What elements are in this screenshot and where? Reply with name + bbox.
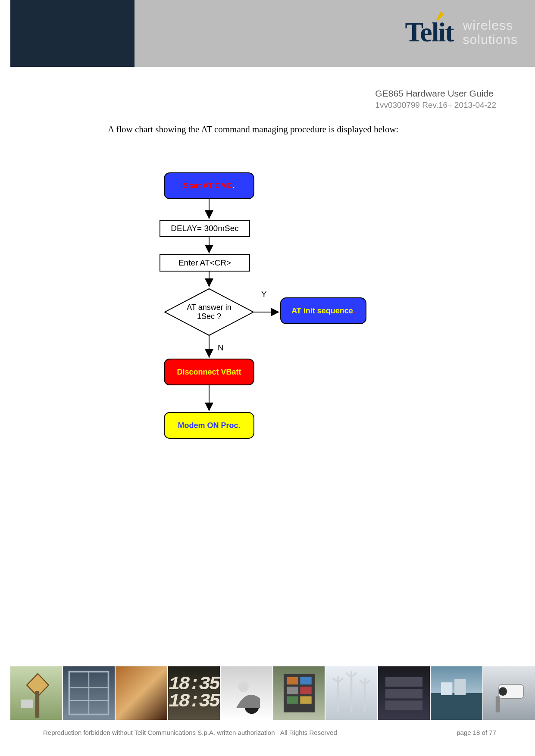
fc-start-label: Start AT CMD — [183, 181, 232, 190]
header-margin — [0, 0, 10, 67]
footer-copyright: Reproduction forbidden without Telit Com… — [43, 729, 337, 736]
fc-init-dot: . — [353, 306, 355, 315]
fc-disconnect-node: Disconnect VBatt — [164, 359, 254, 385]
svg-rect-18 — [300, 677, 311, 684]
svg-rect-28 — [385, 700, 422, 710]
doc-title: GE865 Hardware User Guide — [375, 88, 496, 99]
flowchart: Start AT CMD. DELAY= 300mSec Enter AT<CR… — [160, 172, 384, 483]
fc-label-no: N — [218, 343, 224, 353]
svg-rect-31 — [454, 679, 466, 695]
fc-init-node: AT init sequence. — [280, 297, 366, 324]
svg-rect-22 — [300, 696, 311, 703]
brand-accent-icon — [435, 10, 446, 22]
svg-rect-20 — [300, 687, 311, 694]
footer-tile-8 — [378, 666, 430, 720]
footer-tile-3 — [116, 666, 167, 720]
svg-rect-9 — [21, 700, 33, 708]
logo-area: Telit wireless solutions — [405, 16, 518, 48]
page-header: Telit wireless solutions — [0, 0, 535, 67]
tagline-line2: solutions — [463, 32, 518, 47]
fc-disconnect-label: Disconnect VBatt — [177, 368, 241, 377]
footer-tile-2 — [63, 666, 115, 720]
brand-wordmark: Telit — [405, 16, 454, 48]
footer-tile-4-bot: 18:35 — [169, 693, 219, 710]
fc-enter-label: Enter AT<CR> — [178, 258, 231, 268]
svg-rect-26 — [385, 677, 422, 687]
svg-point-33 — [499, 687, 507, 696]
footer-tile-5 — [221, 666, 272, 720]
fc-modem-dot: . — [238, 421, 241, 430]
footer-image-strip: 18:35 18:35 — [10, 666, 535, 720]
footer-tile-10 — [483, 666, 535, 720]
svg-rect-19 — [287, 687, 298, 694]
svg-rect-27 — [385, 689, 422, 698]
fc-enter-node: Enter AT<CR> — [160, 254, 250, 272]
fc-decision-text: AT answer in 1Sec ? — [164, 288, 254, 336]
brand-text: Telit — [405, 17, 454, 47]
fc-modem-node: Modem ON Proc. — [164, 412, 254, 439]
svg-rect-8 — [35, 691, 40, 718]
intro-paragraph: A flow chart showing the AT command mana… — [108, 124, 398, 135]
svg-rect-34 — [496, 696, 500, 712]
footer-tile-7 — [325, 666, 377, 720]
svg-rect-17 — [287, 677, 298, 684]
footer-tile-9 — [431, 666, 482, 720]
footer-tile-4: 18:35 18:35 — [168, 666, 220, 720]
fc-start-dot: . — [232, 181, 235, 190]
header-dark-block — [10, 0, 135, 67]
page-number: page 18 of 77 — [457, 729, 496, 736]
fc-label-yes: Y — [261, 290, 267, 299]
fc-modem-label: Modem ON Proc — [178, 421, 238, 430]
svg-rect-29 — [431, 693, 482, 720]
footer-tile-1 — [10, 666, 62, 720]
brand-tagline: wireless solutions — [463, 18, 518, 47]
tagline-line1: wireless — [463, 18, 518, 32]
doc-revision: 1vv0300799 Rev.16– 2013-04-22 — [375, 100, 496, 110]
fc-decision-line1: AT answer in — [187, 303, 231, 312]
fc-start-node: Start AT CMD. — [164, 172, 254, 199]
doc-title-block: GE865 Hardware User Guide 1vv0300799 Rev… — [375, 88, 496, 110]
fc-init-label: AT init sequence — [291, 306, 353, 315]
svg-point-15 — [238, 681, 248, 692]
footer-tile-6 — [273, 666, 325, 720]
svg-rect-30 — [441, 682, 452, 695]
fc-delay-node: DELAY= 300mSec — [160, 220, 250, 237]
fc-decision-line2: 1Sec ? — [197, 312, 221, 321]
fc-decision-node: AT answer in 1Sec ? — [164, 288, 254, 336]
svg-rect-21 — [287, 696, 298, 703]
header-gray-block: Telit wireless solutions — [135, 0, 535, 67]
fc-delay-label: DELAY= 300mSec — [171, 224, 239, 233]
